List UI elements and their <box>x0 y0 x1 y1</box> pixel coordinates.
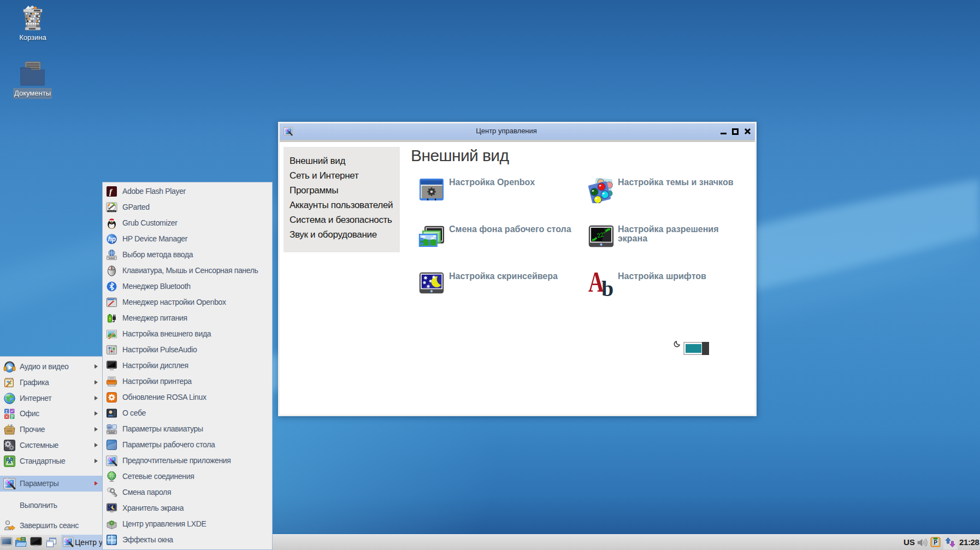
svg-text:P: P <box>934 540 937 546</box>
svg-text:Σ: Σ <box>5 410 8 413</box>
svg-text:on: on <box>108 425 111 428</box>
svg-text:hp: hp <box>108 235 116 243</box>
